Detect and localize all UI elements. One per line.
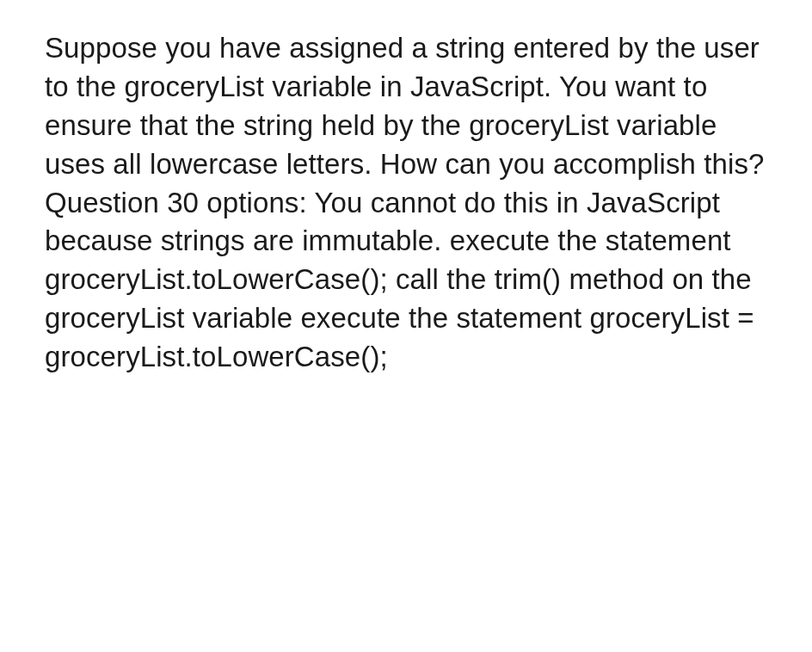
question-body-text: Suppose you have assigned a string enter…	[45, 29, 781, 377]
document-page: Suppose you have assigned a string enter…	[0, 0, 812, 406]
